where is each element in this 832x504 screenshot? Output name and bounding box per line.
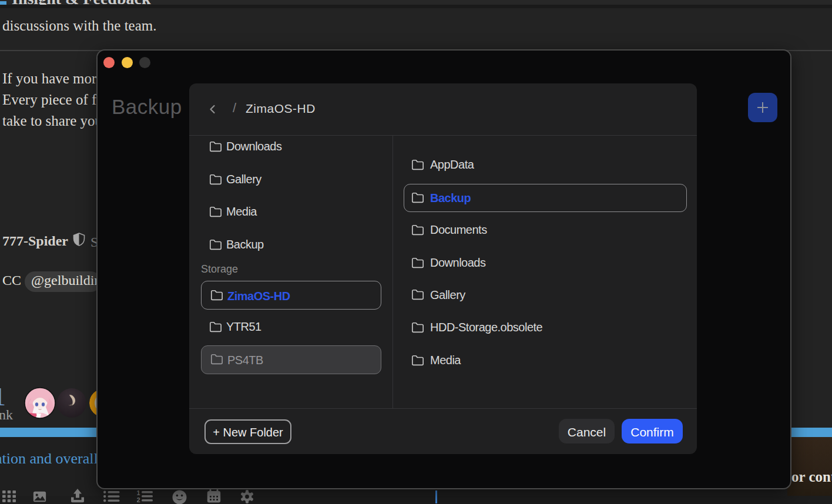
svg-text:1: 1	[137, 490, 140, 496]
svg-text:2: 2	[137, 496, 140, 502]
